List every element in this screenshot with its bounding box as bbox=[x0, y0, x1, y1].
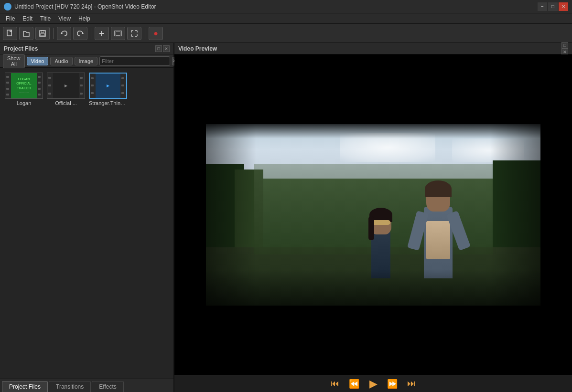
video-panel-controls: □ ✕ bbox=[561, 42, 568, 55]
film-dot bbox=[80, 77, 83, 79]
jump-start-button[interactable]: ⏮ bbox=[328, 377, 342, 391]
media-item-label: Logan bbox=[5, 100, 43, 106]
thumbnail-content: ▶ bbox=[96, 74, 120, 98]
menu-file[interactable]: File bbox=[2, 14, 19, 23]
svg-rect-1 bbox=[10, 30, 11, 32]
open-button[interactable] bbox=[19, 27, 33, 40]
film-strip-right bbox=[37, 73, 43, 98]
video-preview-title: Video Preview bbox=[178, 45, 561, 52]
thumbnail-content: LOGANOFFICIALTRAILER--------- bbox=[11, 73, 37, 98]
list-item[interactable]: ▶ Official ... bbox=[47, 73, 85, 106]
left-panel: Project Files □ ✕ Show All Video Audio I… bbox=[0, 43, 174, 392]
svg-rect-0 bbox=[7, 30, 11, 36]
panel-restore-button[interactable]: □ bbox=[155, 45, 162, 52]
menu-help[interactable]: Help bbox=[75, 14, 94, 23]
media-thumbnail: LOGANOFFICIALTRAILER--------- bbox=[5, 73, 43, 99]
right-panel: Video Preview □ ✕ bbox=[174, 43, 572, 392]
video-controls: ⏮ ⏪ ▶ ⏩ ⏭ bbox=[174, 375, 572, 392]
clip-button[interactable] bbox=[111, 27, 125, 40]
menu-edit[interactable]: Edit bbox=[19, 14, 36, 23]
video-tab[interactable]: Video bbox=[27, 57, 49, 65]
toolbar-separator-1 bbox=[53, 28, 54, 39]
video-preview-area bbox=[174, 54, 572, 375]
menu-view[interactable]: View bbox=[54, 14, 75, 23]
tab-project-files[interactable]: Project Files bbox=[2, 381, 48, 392]
tab-effects[interactable]: Effects bbox=[92, 381, 123, 392]
list-item[interactable]: ▶ Stranger.Things.... bbox=[89, 73, 127, 106]
image-tab[interactable]: Image bbox=[75, 57, 98, 65]
filter-input[interactable] bbox=[99, 56, 170, 66]
play-button[interactable]: ▶ bbox=[367, 377, 380, 391]
fullscreen-button[interactable] bbox=[127, 27, 141, 40]
list-item[interactable]: LOGANOFFICIALTRAILER--------- Logan bbox=[5, 73, 43, 106]
film-dot bbox=[121, 92, 124, 94]
add-button[interactable] bbox=[95, 27, 109, 40]
audio-tab[interactable]: Audio bbox=[50, 57, 72, 65]
app-icon bbox=[4, 3, 11, 11]
window-controls: − □ ✕ bbox=[538, 2, 568, 11]
film-dot bbox=[6, 88, 9, 90]
video-preview-header: Video Preview □ ✕ bbox=[174, 43, 572, 54]
film-dot bbox=[38, 94, 41, 95]
maximize-button[interactable]: □ bbox=[548, 2, 558, 11]
toolbar-separator-2 bbox=[91, 28, 91, 39]
jump-end-button[interactable]: ⏭ bbox=[405, 377, 418, 391]
media-item-label: Official ... bbox=[47, 100, 85, 106]
media-thumbnail: ▶ bbox=[89, 73, 127, 99]
undo-button[interactable] bbox=[57, 27, 71, 40]
scene-vignette-bottom bbox=[206, 269, 540, 306]
toolbar-separator-3 bbox=[145, 28, 145, 39]
man-shirt bbox=[426, 221, 450, 259]
film-dot bbox=[121, 77, 124, 79]
tab-transitions[interactable]: Transitions bbox=[49, 381, 91, 392]
new-button[interactable] bbox=[3, 27, 17, 40]
film-strip-right bbox=[120, 74, 126, 98]
project-files-panel: Project Files □ ✕ Show All Video Audio I… bbox=[0, 43, 173, 379]
video-scene bbox=[206, 124, 540, 306]
film-dot bbox=[38, 76, 41, 78]
toolbar: ● bbox=[0, 24, 572, 43]
panel-controls: □ ✕ bbox=[155, 45, 170, 52]
project-files-title: Project Files bbox=[4, 45, 155, 52]
record-button[interactable]: ● bbox=[149, 27, 163, 40]
menu-title[interactable]: Title bbox=[36, 14, 54, 23]
film-dot bbox=[91, 92, 94, 94]
film-dot bbox=[91, 85, 94, 86]
rewind-button[interactable]: ⏪ bbox=[347, 377, 361, 391]
film-dot bbox=[38, 88, 41, 90]
film-dot bbox=[80, 93, 83, 95]
titlebar: Untitled Project [HDV 720 24p] - OpenSho… bbox=[0, 0, 572, 13]
video-frame bbox=[206, 124, 540, 306]
child-hair-side bbox=[368, 216, 374, 240]
film-strip-left bbox=[47, 73, 53, 98]
fast-forward-button[interactable]: ⏩ bbox=[386, 377, 399, 391]
film-dot bbox=[121, 85, 124, 86]
filter-bar: Show All Video Audio Image ✕ bbox=[0, 54, 173, 68]
close-button[interactable]: ✕ bbox=[559, 2, 568, 11]
film-dot bbox=[48, 77, 51, 79]
figure-man bbox=[410, 183, 467, 278]
film-dot bbox=[48, 85, 51, 86]
svg-rect-10 bbox=[115, 31, 116, 36]
svg-rect-11 bbox=[120, 31, 121, 36]
minimize-button[interactable]: − bbox=[538, 2, 547, 11]
thumbnail-content: ▶ bbox=[53, 73, 79, 98]
man-hair bbox=[425, 180, 452, 197]
film-dot bbox=[6, 94, 9, 95]
media-thumbnail: ▶ bbox=[47, 73, 85, 99]
video-panel-restore-button[interactable]: □ bbox=[561, 42, 568, 49]
redo-button[interactable] bbox=[73, 27, 87, 40]
figure-child bbox=[362, 207, 400, 278]
project-files-header: Project Files □ ✕ bbox=[0, 43, 173, 54]
film-strip-left bbox=[5, 73, 11, 98]
media-grid: LOGANOFFICIALTRAILER--------- Logan bbox=[0, 68, 173, 379]
show-all-tab[interactable]: Show All bbox=[3, 54, 25, 68]
media-item-label: Stranger.Things.... bbox=[89, 100, 127, 106]
main-layout: Project Files □ ✕ Show All Video Audio I… bbox=[0, 43, 572, 392]
film-strip-left bbox=[90, 74, 96, 98]
child-glasses bbox=[371, 220, 390, 225]
film-strip-right bbox=[79, 73, 85, 98]
panel-close-button[interactable]: ✕ bbox=[163, 45, 170, 52]
film-dot bbox=[38, 82, 41, 84]
save-button[interactable] bbox=[35, 27, 50, 40]
